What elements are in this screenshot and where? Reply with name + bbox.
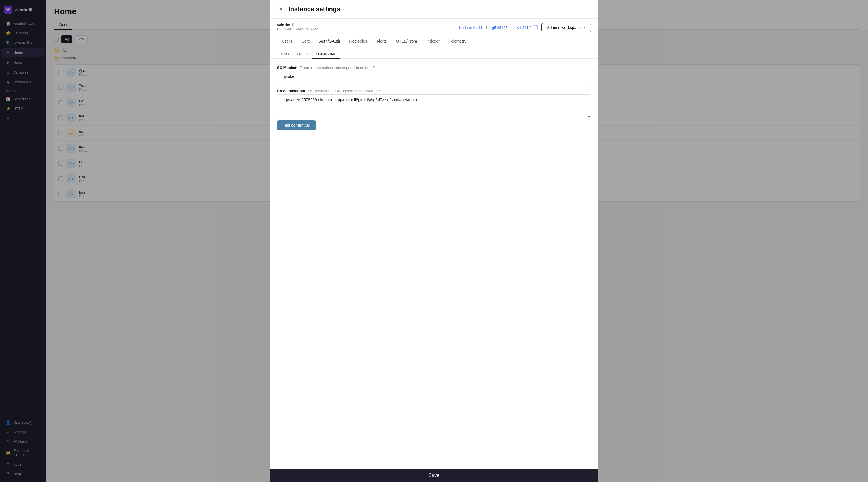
saml-metadata-textarea[interactable]: https://dev-2578259.okta.com/app/exkaell… [277, 94, 591, 117]
subtab-scim-saml[interactable]: SCIM/SAML [312, 50, 340, 59]
tab-auth-oauth[interactable]: Auth/OAuth [315, 36, 345, 46]
modal-title: Instance settings [288, 5, 340, 13]
scim-token-input[interactable] [277, 71, 591, 82]
modal-tabs: Users Core Auth/OAuth Registries Alerts … [270, 32, 598, 46]
tab-alerts[interactable]: Alerts [372, 36, 392, 46]
scim-token-label: SCIM token Token used to authenticate re… [277, 65, 591, 70]
instance-settings-modal: × Instance settings Windmill EE v1.441.1… [270, 0, 598, 482]
tab-registries[interactable]: Registries [345, 36, 372, 46]
modal-top-bar: Windmill EE v1.441.1-4-g51f5197bc Update… [270, 19, 598, 32]
saml-metadata-label-text: SAML metadata [277, 89, 305, 93]
tab-core[interactable]: Core [297, 36, 315, 46]
modal-actions: Update: v1.441.1-4-g51f5197bc → v1.441.2… [459, 23, 591, 32]
saml-metadata-label: SAML metadata XML metadata url OR conten… [277, 89, 591, 93]
scim-token-label-text: SCIM token [277, 65, 298, 70]
app-name-label: Windmill [277, 23, 318, 27]
tab-otel-prom[interactable]: OTEL/Prom [391, 36, 422, 46]
subtab-oauth[interactable]: OAuth [293, 50, 312, 59]
tab-indexer[interactable]: Indexer [422, 36, 444, 46]
scim-token-description: Token used to authenticate requests from… [300, 66, 375, 70]
modal-subtabs: SSO OAuth SCIM/SAML [270, 46, 598, 59]
tab-telemetry[interactable]: Telemetry [444, 36, 471, 46]
subtab-sso[interactable]: SSO [277, 50, 293, 59]
modal-close-button[interactable]: × [277, 5, 285, 13]
scim-token-field: SCIM token Token used to authenticate re… [277, 65, 591, 82]
modal-body: Windmill EE v1.441.1-4-g51f5197bc Update… [270, 19, 598, 482]
tab-users[interactable]: Users [277, 36, 297, 46]
saml-metadata-field: SAML metadata XML metadata url OR conten… [277, 89, 591, 130]
modal-header: × Instance settings [270, 0, 598, 19]
update-link[interactable]: Update: v1.441.1-4-g51f5197bc → v1.441.2… [459, 25, 538, 30]
modal-save-bar: Save [270, 469, 598, 482]
admins-workspace-label: Admins workspace [547, 25, 581, 30]
test-content-url-button[interactable]: Test content/url [277, 120, 316, 130]
info-icon: i [533, 25, 538, 30]
save-button[interactable]: Save [429, 473, 439, 478]
saml-metadata-description: XML metadata url OR content for the SAML… [307, 89, 380, 93]
external-link-icon: ↗ [582, 26, 586, 30]
update-text: Update: v1.441.1-4-g51f5197bc → v1.441.2 [459, 26, 532, 30]
modal-overlay[interactable]: × Instance settings Windmill EE v1.441.1… [0, 0, 868, 482]
admins-workspace-button[interactable]: Admins workspace ↗ [541, 23, 591, 32]
modal-form: SCIM token Token used to authenticate re… [270, 59, 598, 469]
version-string: EE v1.441.1-4-g51f5197bc [277, 27, 318, 31]
modal-version-info: Windmill EE v1.441.1-4-g51f5197bc [277, 23, 318, 31]
